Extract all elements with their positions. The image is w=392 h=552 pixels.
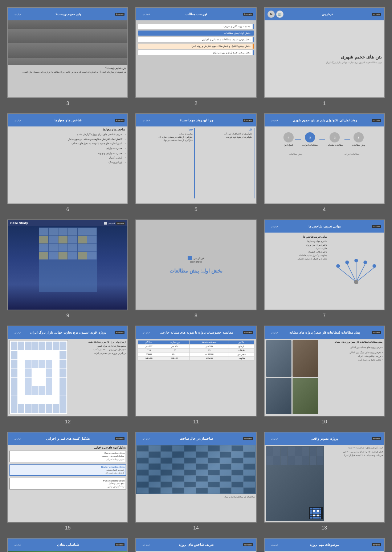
slide-frame-4[interactable]: فردار بتن روند عملیاتی تکنولوژی بتن در ب…: [264, 113, 385, 204]
slide-frame-13[interactable]: فردار بتن پروژه: تصویر واقعی lconcrete: [264, 432, 385, 523]
slide-frame-7[interactable]: فردار بتن مبانی تعریف شاخص ها lconcrete …: [264, 219, 385, 310]
toc-item-2: بخش اول: پیش مطالعات: [138, 31, 253, 36]
slide-number-3: 3: [66, 100, 69, 106]
slide-grid: فردار بتن بتن حجیم چیست؟ lconcrete بتن ح…: [7, 7, 385, 552]
slide-1-brand: فردار بتن: [322, 13, 333, 16]
slide-header-3: فردار بتن بتن حجیم چیست؟ lconcrete: [8, 8, 127, 20]
slide-6-body: تعریف شاخص های برای پروژه گزارش شده کاهش…: [8, 131, 127, 166]
slide-header-14: فردار بتن ساختمان در حال ساخت lconcrete: [136, 432, 256, 445]
case-study-bar: Case Study فردار بتن lconcrete: [8, 220, 127, 226]
slide-header-17: فردار بتن تعریف شاخص های پروژه lconcrete: [136, 539, 256, 551]
slide-1-title: بتن های حجیم شهری: [341, 54, 382, 60]
slide-frame-10[interactable]: فردار بتن پیش مطالعات (مطالعات فاز صفر) …: [264, 326, 385, 416]
slide-wrapper-8: فردار بتن lconcrete بخش اول: پیش مطالعات…: [135, 219, 256, 318]
slide-1-subtitle: مورد مطالعه قوند اسپیون برج تجارت جهانی …: [326, 61, 382, 64]
svg-point-8: [364, 261, 367, 264]
slide-header-13: فردار بتن پروژه: تصویر واقعی lconcrete: [265, 432, 384, 445]
slide-frame-8[interactable]: فردار بتن lconcrete بخش اول: پیش مطالعات: [135, 219, 256, 310]
toc-item-3: بخش دوم و سوم: مطالعات مقدماتی و اجرایی: [138, 37, 253, 42]
slide-header-4: فردار بتن روند عملیاتی تکنولوژی بتن در ب…: [265, 114, 384, 126]
slide-header-16: فردار بتن موضوعات مهم پروژه lconcrete: [265, 539, 384, 551]
slide-number-2: 2: [195, 100, 197, 106]
toc-list: مقدمه: روند کلی و تعریف بخش اول: پیش مطا…: [138, 24, 253, 55]
slide-wrapper-16: فردار بتن موضوعات مهم پروژه lconcrete مو…: [264, 538, 385, 552]
slide-wrapper-11: فردار بتن مقایسه خصوصیات پروژه با نمونه …: [135, 326, 256, 424]
slide-header-12: فردار بتن پروژه: قوند اسپیون برج تجارت ج…: [8, 326, 127, 339]
slide-frame-14[interactable]: فردار بتن ساختمان در حال ساخت lconcrete: [135, 432, 256, 523]
slide-wrapper-3: فردار بتن بتن حجیم چیست؟ lconcrete بتن ح…: [7, 7, 128, 106]
slide-number-12: 12: [65, 419, 71, 424]
slide-header-5: فردار بتن چرا این روند مهم است؟ lconcret…: [136, 114, 256, 126]
svg-point-10: [354, 280, 359, 284]
slide-frame-12[interactable]: فردار بتن پروژه: قوند اسپیون برج تجارت ج…: [7, 326, 128, 416]
bulbs-illustration: [330, 257, 383, 286]
svg-point-5: [336, 264, 340, 268]
slide-header-10: فردار بتن پیش مطالعات (مطالعات فاز صفر) …: [265, 326, 384, 339]
slide-number-9: 9: [66, 313, 69, 318]
toc-item-4: بخش چهارم: کنترل و پایش،مثال مورد نیاز ب…: [138, 44, 253, 49]
photo-13: [266, 446, 324, 521]
svg-line-0: [338, 267, 356, 282]
comparison-table: فاکتور Wilshire Grand برج تجارت شیکاگو ا…: [138, 340, 254, 360]
slide-wrapper-15: فردار بتن تشکیل کمیته های فنی و اجرایی l…: [7, 432, 128, 531]
slide-wrapper-1: 🏗 🏢 فردار بتن lconcrete بتن های حجیم شهر…: [264, 7, 385, 106]
slide-number-1: 1: [323, 100, 326, 106]
slide-frame-3[interactable]: فردار بتن بتن حجیم چیست؟ lconcrete بتن ح…: [7, 7, 128, 98]
slide-header-2: فردار بتن فهرست مطالب lconcrete: [136, 8, 256, 20]
case-study-label: Case Study: [10, 221, 28, 225]
slide-wrapper-2: فردار بتن فهرست مطالب lconcrete مقدمه: ر…: [135, 7, 256, 106]
svg-point-7: [355, 259, 358, 262]
slide-wrapper-10: فردار بتن پیش مطالعات (مطالعات فاز صفر) …: [264, 326, 385, 424]
brand-logo-2: فردار بتن: [139, 13, 149, 16]
slide-frame-2[interactable]: فردار بتن فهرست مطالب lconcrete مقدمه: ر…: [135, 7, 256, 98]
slide-header-7: فردار بتن مبانی تعریف شاخص ها lconcrete: [265, 220, 384, 233]
building-photo-14: [136, 445, 256, 494]
slide-frame-17[interactable]: فردار بتن تعریف شاخص های پروژه lconcrete…: [135, 538, 256, 552]
slide-frame-16[interactable]: فردار بتن موضوعات مهم پروژه lconcrete مو…: [264, 538, 385, 552]
slide-number-13: 13: [322, 525, 327, 531]
slide-wrapper-6: فردار بتن شاخص ها و معیارها lconcrete شا…: [7, 113, 128, 212]
slide-frame-11[interactable]: فردار بتن مقایسه خصوصیات پروژه با نمونه …: [135, 326, 256, 416]
svg-line-4: [356, 267, 375, 282]
slide-number-6: 6: [66, 206, 69, 212]
slide-number-8: 8: [195, 313, 197, 318]
svg-line-3: [356, 264, 366, 282]
slide-wrapper-14: فردار بتن ساختمان در حال ساخت lconcrete: [135, 432, 256, 531]
slide-number-5: 5: [195, 206, 197, 212]
slide-wrapper-17: فردار بتن تعریف شاخص های پروژه lconcrete…: [135, 538, 256, 552]
slide-frame-15[interactable]: فردار بتن تشکیل کمیته های فنی و اجرایی l…: [7, 432, 128, 523]
svg-line-1: [347, 264, 356, 282]
slide-number-10: 10: [322, 419, 327, 424]
slide-wrapper-9: Case Study فردار بتن lconcrete: [7, 219, 128, 318]
slide-header-15: فردار بتن تشکیل کمیته های فنی و اجرایی l…: [8, 432, 127, 445]
slide-frame-18[interactable]: فردار بتن شناسایی معادن lconcrete شناسای…: [7, 538, 128, 552]
slide-wrapper-12: فردار بتن پروژه: قوند اسپیون برج تجارت ج…: [7, 326, 128, 424]
slide-wrapper-18: فردار بتن شناسایی معادن lconcrete شناسای…: [7, 538, 128, 552]
slide-wrapper-13: فردار بتن پروژه: تصویر واقعی lconcrete: [264, 432, 385, 531]
svg-point-6: [346, 261, 349, 264]
slide-header-11: فردار بتن مقایسه خصوصیات پروژه با نمونه …: [136, 326, 256, 339]
brand-logo-3: فردار بتن: [11, 13, 21, 16]
slide-frame-6[interactable]: فردار بتن شاخص ها و معیارها lconcrete شا…: [7, 113, 128, 204]
case-study-image: [8, 226, 127, 310]
slide-frame-5[interactable]: فردار بتن چرا این روند مهم است؟ lconcret…: [135, 113, 256, 204]
slide-frame-1[interactable]: 🏗 🏢 فردار بتن lconcrete بتن های حجیم شهر…: [264, 7, 385, 98]
slide-number-7: 7: [323, 313, 326, 318]
slide-wrapper-5: فردار بتن چرا این روند مهم است؟ lconcret…: [135, 113, 256, 212]
slide-wrapper-7: فردار بتن مبانی تعریف شاخص ها lconcrete …: [264, 219, 385, 318]
svg-point-9: [373, 264, 376, 268]
slide-header-18: فردار بتن شناسایی معادن lconcrete: [8, 539, 127, 551]
slide-number-11: 11: [193, 419, 199, 424]
slide-number-14: 14: [193, 525, 199, 531]
slide-header-6: فردار بتن شاخص ها و معیارها lconcrete: [8, 114, 127, 126]
slide-frame-9[interactable]: Case Study فردار بتن lconcrete: [7, 219, 128, 310]
slide-number-4: 4: [323, 206, 326, 212]
toc-item-1: مقدمه: روند کلی و تعریف: [138, 24, 253, 29]
slide-number-15: 15: [65, 525, 71, 531]
section-title-8: بخش اول: پیش مطالعات: [170, 268, 222, 274]
slide-wrapper-4: فردار بتن روند عملیاتی تکنولوژی بتن در ب…: [264, 113, 385, 212]
toc-item-5: بخش پنجم: جمع آوری و بهره برداری: [138, 50, 253, 55]
